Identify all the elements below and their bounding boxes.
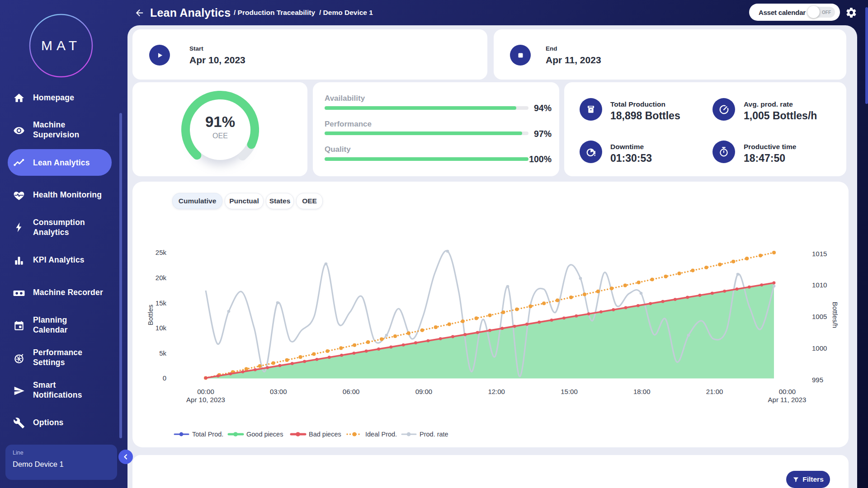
svg-text:0: 0 bbox=[163, 374, 166, 382]
svg-text:15:00: 15:00 bbox=[561, 388, 578, 395]
svg-text:20k: 20k bbox=[156, 274, 167, 282]
svg-text:09:00: 09:00 bbox=[415, 388, 433, 395]
svg-text:MAT: MAT bbox=[41, 38, 81, 53]
svg-text:25k: 25k bbox=[156, 249, 167, 256]
svg-text:03:00: 03:00 bbox=[270, 388, 287, 395]
svg-text:00:00: 00:00 bbox=[779, 388, 796, 395]
svg-text:1010: 1010 bbox=[812, 281, 827, 289]
svg-text:00:00: 00:00 bbox=[197, 388, 214, 395]
svg-text:12:00: 12:00 bbox=[488, 388, 505, 395]
svg-text:Prod. rate: Prod. rate bbox=[420, 431, 448, 438]
svg-text:1015: 1015 bbox=[812, 250, 827, 258]
svg-text:Apr 10, 2023: Apr 10, 2023 bbox=[186, 396, 225, 404]
svg-text:06:00: 06:00 bbox=[343, 388, 360, 395]
svg-text:Bottles/h: Bottles/h bbox=[831, 302, 839, 328]
svg-text:Good pieces: Good pieces bbox=[246, 431, 283, 438]
svg-text:15k: 15k bbox=[156, 299, 167, 307]
svg-text:Ideal Prod.: Ideal Prod. bbox=[365, 431, 397, 438]
svg-text:10k: 10k bbox=[156, 324, 167, 332]
svg-text:Bottles: Bottles bbox=[146, 305, 154, 325]
svg-text:21:00: 21:00 bbox=[706, 388, 723, 395]
svg-text:5k: 5k bbox=[159, 349, 166, 357]
svg-text:Bad pieces: Bad pieces bbox=[309, 431, 341, 438]
svg-text:Apr 11, 2023: Apr 11, 2023 bbox=[768, 396, 807, 404]
svg-text:18:00: 18:00 bbox=[633, 388, 651, 395]
svg-text:995: 995 bbox=[812, 376, 823, 384]
svg-text:1000: 1000 bbox=[812, 344, 827, 352]
svg-text:1005: 1005 bbox=[812, 313, 827, 320]
svg-text:Total Prod.: Total Prod. bbox=[192, 431, 223, 438]
